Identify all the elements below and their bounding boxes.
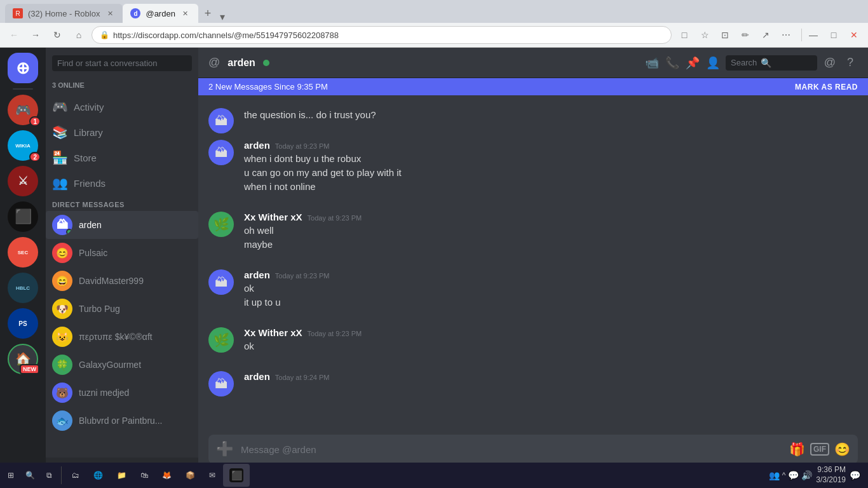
video-call-icon[interactable]: 📹	[644, 55, 660, 71]
dm-avatar-turbopug: 🐶	[52, 299, 72, 319]
taskbar-search-button[interactable]: 🔍	[20, 464, 40, 487]
back-button[interactable]: ←	[5, 26, 23, 44]
voice-call-icon[interactable]: 📞	[665, 55, 680, 71]
message-content-1: the question is... do i trust you?	[244, 108, 858, 121]
sidebar-item-activity[interactable]: 🎮 Activity	[46, 94, 198, 119]
dm-item-galaxygourmet[interactable]: 🍀 GalaxyGourmet	[46, 351, 198, 379]
dm-item-turbopug[interactable]: 🐶 Turbo Pug	[46, 295, 198, 323]
dm-item-davidmaster[interactable]: 😄 DavidMaster999	[46, 267, 198, 295]
message-input[interactable]: Message @arden	[241, 444, 782, 455]
server-icon-section[interactable]: SEC	[8, 237, 38, 268]
server-icon-roblox2[interactable]: ⬛	[8, 201, 38, 232]
tab-label-roblox: (32) Home - Roblox	[28, 9, 100, 18]
dm-avatar-neptune: 😺	[52, 327, 72, 347]
at-mention-icon[interactable]: @	[822, 55, 837, 71]
message-line-1-1: the question is... do i trust you?	[244, 108, 858, 121]
message-author-5: Xx Wither xX	[244, 327, 302, 338]
server-icon-wikia[interactable]: WIKIA 2	[8, 130, 38, 161]
avatar-icon-3: 🌿	[214, 217, 229, 232]
dm-name-neptune: περτυπε $k¥©®αft	[79, 332, 153, 342]
taskbar-app-roblox[interactable]: ⬛	[223, 464, 250, 487]
pin-icon[interactable]: 📌	[685, 55, 700, 71]
taskbar-app-edge[interactable]: 🌐	[87, 464, 109, 487]
task-view-button[interactable]: ⧉	[41, 464, 57, 487]
dm-avatar-galaxygourmet: 🍀	[52, 355, 72, 375]
dm-search-input[interactable]: Find or start a conversation	[52, 55, 192, 71]
message-group-3: 🌿 Xx Wither xX Today at 9:23 PM oh well …	[198, 209, 868, 254]
maximize-button[interactable]: □	[825, 26, 843, 44]
at-symbol: @	[208, 56, 220, 69]
taskbar-chat-icon[interactable]: 💬	[788, 470, 799, 480]
dm-item-tuzni[interactable]: 🐻 tuzni medjed	[46, 379, 198, 407]
taskbar-app-package[interactable]: 📦	[179, 464, 201, 487]
taskbar-chevron-icon[interactable]: ^	[782, 471, 786, 480]
dm-avatar-davidmaster: 😄	[52, 271, 72, 291]
taskbar-app-store[interactable]: 🛍	[134, 464, 154, 487]
server-icon-battlelegion[interactable]: ⚔	[8, 166, 38, 196]
sidebar-item-store[interactable]: 🏪 Store	[46, 145, 198, 170]
dm-avatar-icon-pulsaic: 😊	[56, 247, 69, 259]
taskbar-clock[interactable]: 9:36 PM 3/3/2019	[816, 465, 846, 485]
chat-search-box[interactable]: Search 🔍	[726, 55, 817, 71]
dm-name-davidmaster: DavidMaster999	[79, 276, 144, 286]
taskbar-app-firefox[interactable]: 🦊	[156, 464, 178, 487]
tab-close-roblox[interactable]: ✕	[105, 8, 115, 18]
sidebar-item-label-activity: Activity	[74, 102, 104, 112]
server-icon-hblc[interactable]: HBLC	[8, 273, 38, 303]
home-button[interactable]: ⌂	[70, 26, 88, 44]
dm-item-neptune[interactable]: 😺 περτυπε $k¥©®αft	[46, 323, 198, 351]
tab-label-discord: @arden	[146, 9, 175, 18]
taskbar-app-folder[interactable]: 📁	[111, 464, 133, 487]
server-icon-discord-home[interactable]: ⊕	[8, 53, 38, 83]
gift-icon[interactable]: 🎁	[789, 442, 805, 457]
dm-item-arden[interactable]: 🏔 arden	[46, 211, 198, 239]
tab-discord[interactable]: d @arden ✕	[123, 4, 198, 23]
tab-roblox[interactable]: R (32) Home - Roblox ✕	[5, 4, 123, 23]
taskbar-notification-icon[interactable]: 💬	[850, 470, 860, 480]
sidebar-item-library[interactable]: 📚 Library	[46, 119, 198, 145]
edit-icon[interactable]: ✏	[736, 26, 754, 44]
server-icon-label-battlelegion: ⚔	[18, 174, 28, 188]
cast-icon[interactable]: ⊡	[716, 26, 734, 44]
forward-button[interactable]: →	[27, 26, 44, 44]
help-icon[interactable]: ?	[843, 55, 858, 71]
start-button[interactable]: ⊞	[3, 464, 19, 487]
bookmark-bar-toggle[interactable]: □	[675, 26, 693, 44]
bookmark-star[interactable]: ☆	[696, 26, 714, 44]
lock-icon: 🔒	[100, 30, 109, 39]
menu-button[interactable]: ⋯	[777, 26, 795, 44]
taskbar-volume-icon[interactable]: 🔊	[801, 470, 812, 480]
message-group-1: 🏔 the question is... do i trust you?	[198, 105, 868, 125]
taskbar-app-file-explorer[interactable]: 🗂	[65, 464, 86, 487]
address-bar[interactable]: 🔒 https://discordapp.com/channels/@me/55…	[92, 26, 672, 44]
close-button[interactable]: ✕	[845, 26, 863, 44]
message-avatar-3: 🌿	[208, 212, 234, 237]
dm-item-pulsaic[interactable]: 😊 Pulsaic	[46, 239, 198, 267]
share-icon[interactable]: ↗	[757, 26, 775, 44]
members-icon[interactable]: 👤	[705, 55, 721, 71]
mark-as-read-button[interactable]: MARK AS READ	[795, 83, 858, 92]
server-icon-roblox1[interactable]: 🎮 1	[8, 95, 38, 125]
minimize-button[interactable]: —	[804, 26, 822, 44]
dm-item-blubvrd[interactable]: 🐟 Blubvrd or Paintbru...	[46, 407, 198, 435]
taskbar-app-mail[interactable]: ✉	[203, 464, 222, 487]
taskbar-people-icon[interactable]: 👥	[769, 470, 780, 480]
dm-list: 🏔 arden 😊 Pulsaic 😄 DavidMaster999 �	[46, 211, 198, 435]
refresh-button[interactable]: ↻	[48, 26, 66, 44]
message-avatar-4: 🏔	[208, 269, 234, 295]
gif-button[interactable]: GIF	[810, 443, 829, 456]
message-line-3-2: maybe	[244, 238, 858, 251]
new-tab-button[interactable]: +	[198, 4, 217, 23]
browser-chrome: R (32) Home - Roblox ✕ d @arden ✕ + ▾ ← …	[0, 0, 868, 48]
tab-close-discord[interactable]: ✕	[180, 8, 191, 18]
server-icon-ps[interactable]: PS	[8, 308, 38, 339]
attach-file-button[interactable]: ➕	[216, 441, 233, 458]
emoji-button[interactable]: 😊	[834, 442, 850, 457]
roblox-taskbar-icon: ⬛	[229, 468, 243, 482]
tab-dropdown[interactable]: ▾	[217, 11, 227, 23]
dm-name-galaxygourmet: GalaxyGourmet	[79, 360, 141, 370]
message-group-5: 🌿 Xx Wither xX Today at 9:23 PM ok	[198, 325, 868, 356]
nav-extras: □ ☆ ⊡ ✏ ↗ ⋯	[675, 26, 795, 44]
sidebar-item-friends[interactable]: 👥 Friends	[46, 170, 198, 196]
server-icon-new[interactable]: 🏠 NEW	[8, 344, 38, 374]
